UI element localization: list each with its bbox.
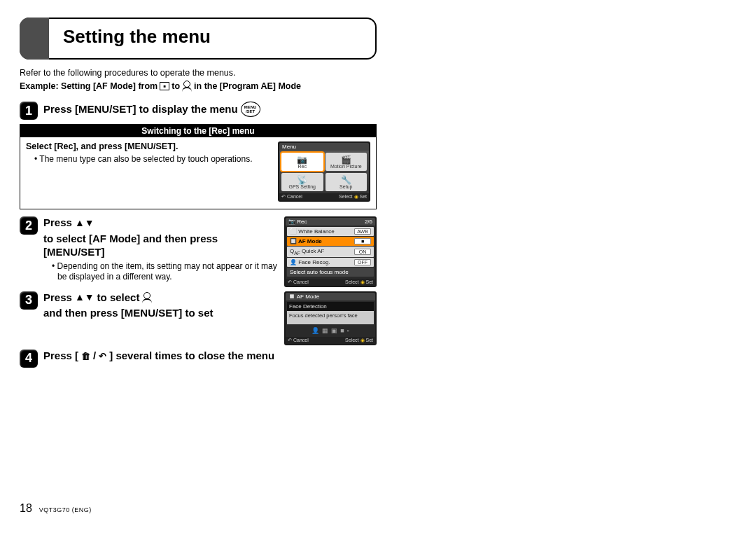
up-down-arrows-icon: ▲▼ — [75, 217, 94, 230]
step-2-heading: Press ▲▼ to select [AF Mode] and then pr… — [43, 216, 277, 258]
rec-box-title: Switching to the [Rec] menu — [20, 125, 376, 137]
menu-tile-rec: 📷Rec — [281, 153, 323, 171]
step-2-bullet: • Depending on the item, its setting may… — [52, 261, 277, 282]
menu-row-quickaf: QAF Quick AFON — [287, 247, 374, 257]
camera-screen-af-mode: 🔲 AF Mode Face Detection Focus detected … — [284, 291, 377, 345]
rec-menu-box: Switching to the [Rec] menu Select [Rec]… — [20, 124, 377, 209]
step-1-heading: Press [MENU/SET] to display the menu MEN… — [43, 102, 260, 117]
up-down-arrows-icon: ▲▼ — [75, 291, 94, 304]
af-mode-icons: 👤▦▣■▫ — [287, 324, 374, 335]
doc-code: VQT3G70 (ENG) — [39, 506, 92, 513]
step-1-text: Press [MENU/SET] to display the menu — [43, 103, 238, 116]
return-icon: ↶ — [99, 352, 106, 361]
af-selected-label: Face Detection — [287, 302, 374, 311]
af-description: Focus detected person's face — [287, 311, 374, 324]
step-number-1: 1 — [20, 102, 38, 120]
step-4: 4 Press [ 🗑 / ↶ ] several times to close… — [20, 349, 377, 368]
face-detect-icon — [142, 292, 152, 303]
menu-row-wb: ⬜ White BalanceAWB — [287, 227, 374, 236]
face-detect-icon — [182, 81, 192, 92]
example-mid: to — [172, 81, 180, 91]
section-title: Setting the menu — [63, 26, 211, 48]
step-number-2: 2 — [20, 216, 38, 235]
rec-bullet: • The menu type can also be selected by … — [34, 154, 271, 165]
title-tab — [20, 18, 49, 60]
menu-tile-motion: 🎬Motion Picture — [326, 153, 368, 171]
example-prefix: Example: Setting [AF Mode] from — [20, 81, 158, 91]
intro-text: Refer to the following procedures to ope… — [20, 68, 377, 78]
menu-tile-setup: 🔧Setup — [326, 173, 368, 191]
menu-set-icon: MENU /SET — [241, 102, 260, 117]
menu-hint: Select auto focus mode — [287, 268, 374, 277]
rec-select-line: Select [Rec], and press [MENU/SET]. — [26, 141, 271, 151]
step-1: 1 Press [MENU/SET] to display the menu M… — [20, 102, 377, 120]
trash-icon: 🗑 — [81, 352, 90, 361]
step-number-3: 3 — [20, 291, 38, 310]
section-title-box: Setting the menu — [20, 18, 377, 60]
menu-row-afmode: 🔲 AF Mode■ — [287, 237, 374, 246]
menu-row-facerecog: 👤 Face Recog.OFF — [287, 258, 374, 267]
step-number-4: 4 — [20, 349, 38, 368]
step-3-heading: Press ▲▼ to select and then press [MENU/… — [43, 291, 277, 321]
step-4-heading: Press [ 🗑 / ↶ ] several times to close t… — [43, 349, 274, 363]
step-2: 2 Press ▲▼ to select [AF Mode] and then … — [20, 216, 377, 287]
page-footer: 18 VQT3G70 (ENG) — [20, 502, 92, 515]
page-number: 18 — [20, 502, 32, 515]
camera-screen-menu: Menu 📷Rec 🎬Motion Picture 📡GPS Setting 🔧… — [278, 141, 370, 202]
example-suffix: in the [Program AE] Mode — [194, 81, 301, 91]
camera-screen-rec-list: 📷 Rec 2/6 ⬜ White BalanceAWB 🔲 AF Mode■ … — [284, 216, 377, 287]
menu-tile-gps: 📡GPS Setting — [281, 173, 323, 191]
step-3: 3 Press ▲▼ to select and then press [MEN… — [20, 291, 377, 345]
example-line: Example: Setting [AF Mode] from ■ to in … — [20, 81, 377, 92]
single-af-icon: ■ — [160, 82, 169, 90]
